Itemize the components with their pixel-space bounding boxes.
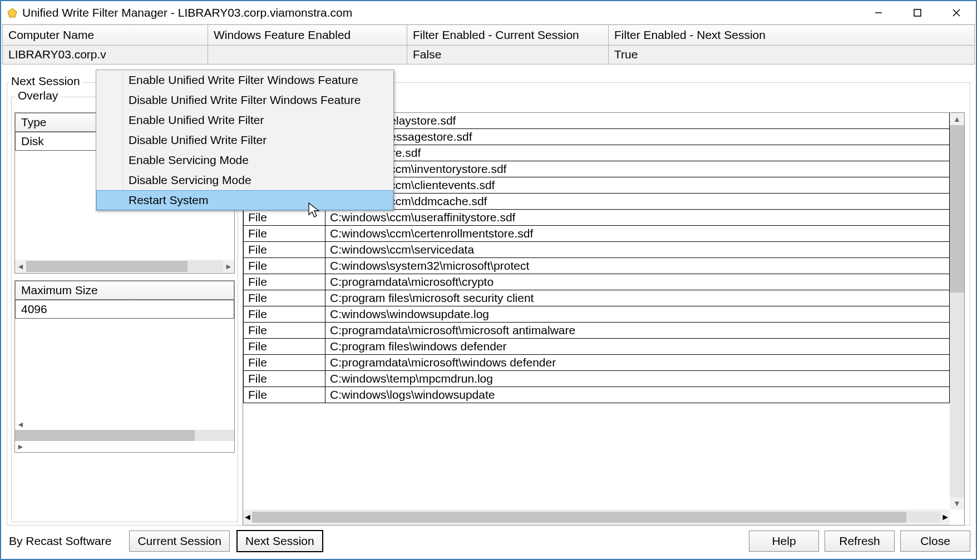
cell-feature-enabled (208, 46, 407, 65)
column-header-feature-enabled[interactable]: Windows Feature Enabled (208, 24, 407, 46)
cell-exclusion-type: File (243, 387, 325, 403)
exclusions-hscrollbar[interactable]: ◄ ► (243, 509, 950, 525)
cell-exclusion-type: File (243, 371, 325, 387)
context-menu-item[interactable]: Enable Servicing Mode (96, 150, 393, 170)
cell-exclusion-path: ccm\statemessagestore.sdf (325, 129, 950, 145)
cell-exclusion-path: C:programdata\microsoft\microsoft antima… (325, 323, 950, 339)
scroll-down-icon[interactable]: ▼ (953, 497, 961, 509)
scroll-up-icon[interactable]: ▲ (953, 113, 961, 125)
cell-computer-name: LIBRARY03.corp.v (2, 46, 208, 65)
cell-exclusion-type: File (243, 339, 325, 355)
title-bar: Unified Write Filter Manager - LIBRARY03… (1, 1, 976, 24)
cell-exclusion-type: File (243, 306, 325, 323)
close-window-button[interactable]: Close (900, 531, 970, 552)
scroll-thumb[interactable] (26, 261, 187, 272)
cell-exclusion-type: File (243, 242, 325, 258)
cursor-icon (308, 202, 320, 220)
cell-exclusion-path: C:windows\ccm\servicedata (325, 242, 950, 258)
scroll-thumb[interactable] (252, 512, 906, 523)
scroll-right-icon[interactable]: ► (15, 441, 26, 452)
computer-grid-row[interactable]: LIBRARY03.corp.v False True (2, 46, 975, 65)
context-menu-item[interactable]: Restart System (96, 190, 393, 210)
overlay-maxsize-value[interactable]: 4096 (15, 300, 234, 319)
cell-exclusion-path: C:windows\ccm\certenrollmentstore.sdf (325, 226, 950, 242)
cell-exclusion-path: C:windows\ccm\ddmcache.sdf (325, 194, 950, 210)
overlay-type-hscrollbar[interactable]: ◄ ► (15, 260, 234, 273)
cell-exclusion-path: C:windows\windowsupdate.log (325, 306, 950, 323)
scroll-thumb[interactable] (950, 125, 964, 293)
scroll-left-icon[interactable]: ◄ (243, 512, 252, 522)
cell-exclusion-type: File (243, 226, 325, 242)
scroll-thumb[interactable] (15, 430, 195, 441)
minimize-button[interactable] (859, 1, 898, 24)
table-row[interactable]: FileC:windows\temp\mpcmdrun.log (243, 371, 950, 387)
context-menu-item[interactable]: Disable Servicing Mode (96, 170, 393, 190)
overlay-maxsize-hscrollbar[interactable]: ◄ ► (15, 419, 234, 452)
cell-exclusion-type: File (243, 355, 325, 371)
scroll-left-icon[interactable]: ◄ (15, 261, 26, 272)
context-menu-item[interactable]: Enable Unified Write Filter (96, 110, 393, 130)
table-row[interactable]: FileC:windows\system32\microsoft\protect (243, 258, 950, 274)
cell-exclusion-type: File (243, 290, 325, 306)
table-row[interactable]: FileC:windows\windowsupdate.log (243, 306, 950, 323)
overlay-maxsize-header[interactable]: Maximum Size (15, 281, 234, 300)
window-title: Unified Write Filter Manager - LIBRARY03… (22, 6, 859, 19)
cell-next-session: True (609, 46, 975, 65)
table-row[interactable]: FileC:programdata\microsoft\microsoft an… (243, 323, 950, 339)
svg-rect-2 (914, 9, 921, 16)
table-row[interactable]: FileC:program files\microsoft security c… (243, 290, 950, 306)
cell-exclusion-path: C:windows\logs\windowsupdate (325, 387, 950, 403)
context-menu-item[interactable]: Disable Unified Write Filter Windows Fea… (96, 90, 393, 110)
table-row[interactable]: FileC:windows\logs\windowsupdate (243, 387, 950, 403)
table-row[interactable]: FileC:windows\ccm\useraffinitystore.sdf (243, 210, 950, 226)
context-menu: Enable Unified Write Filter Windows Feat… (96, 70, 394, 211)
exclusions-vscrollbar[interactable]: ▲ ▼ (950, 113, 964, 509)
cell-current-session: False (407, 46, 609, 65)
footer-bar: By Recast Software Current Session Next … (7, 529, 970, 553)
scroll-right-icon[interactable]: ► (223, 261, 234, 272)
scroll-right-icon[interactable]: ► (941, 512, 950, 522)
close-button[interactable] (937, 1, 976, 24)
column-header-current-session[interactable]: Filter Enabled - Current Session (407, 24, 609, 46)
table-row[interactable]: FileC:windows\ccm\servicedata (243, 242, 950, 258)
table-row[interactable]: FileC:program files\windows defender (243, 339, 950, 355)
cell-exclusion-path: C:windows\ccm\inventorystore.sdf (325, 161, 950, 177)
cell-exclusion-path: ccm\complrelaystore.sdf (325, 113, 950, 129)
cell-exclusion-path: C:programdata\microsoft\windows defender (325, 355, 950, 371)
svg-marker-0 (8, 8, 17, 17)
refresh-button[interactable]: Refresh (825, 531, 895, 552)
maximize-button[interactable] (898, 1, 937, 24)
table-row[interactable]: FileC:programdata\microsoft\windows defe… (243, 355, 950, 371)
cell-exclusion-path: C:programdata\microsoft\crypto (325, 274, 950, 290)
scroll-left-icon[interactable]: ◄ (15, 419, 26, 430)
column-header-next-session[interactable]: Filter Enabled - Next Session (609, 24, 975, 46)
tab-current-session[interactable]: Current Session (129, 531, 230, 552)
cell-exclusion-type: File (243, 323, 325, 339)
computer-grid: Computer Name Windows Feature Enabled Fi… (2, 24, 975, 65)
cell-exclusion-path: C:windows\temp\mpcmdrun.log (325, 371, 950, 387)
cell-exclusion-path: C:program files\windows defender (325, 339, 950, 355)
group-overlay-label: Overlay (16, 89, 60, 102)
help-button[interactable]: Help (749, 531, 819, 552)
cell-exclusion-path: ccm\ccmstore.sdf (325, 145, 950, 161)
group-next-session-label: Next Session (9, 75, 82, 88)
cell-exclusion-path: C:windows\ccm\useraffinitystore.sdf (325, 210, 950, 226)
footer-credit: By Recast Software (9, 534, 111, 548)
cell-exclusion-type: File (243, 274, 325, 290)
computer-grid-header: Computer Name Windows Feature Enabled Fi… (2, 24, 975, 46)
cell-exclusion-type: File (243, 258, 325, 274)
tab-next-session[interactable]: Next Session (236, 530, 323, 552)
table-row[interactable]: FileC:windows\ccm\certenrollmentstore.sd… (243, 226, 950, 242)
cell-exclusion-path: C:windows\system32\microsoft\protect (325, 258, 950, 274)
context-menu-item[interactable]: Disable Unified Write Filter (96, 130, 393, 150)
cell-exclusion-path: C:program files\microsoft security clien… (325, 290, 950, 306)
context-menu-item[interactable]: Enable Unified Write Filter Windows Feat… (96, 70, 393, 90)
table-row[interactable]: FileC:programdata\microsoft\crypto (243, 274, 950, 290)
cell-exclusion-path: C:windows\ccm\clientevents.sdf (325, 177, 950, 194)
column-header-computer-name[interactable]: Computer Name (2, 24, 208, 46)
overlay-maxsize-grid: Maximum Size 4096 ◄ ► (14, 280, 235, 453)
app-icon (7, 7, 18, 18)
